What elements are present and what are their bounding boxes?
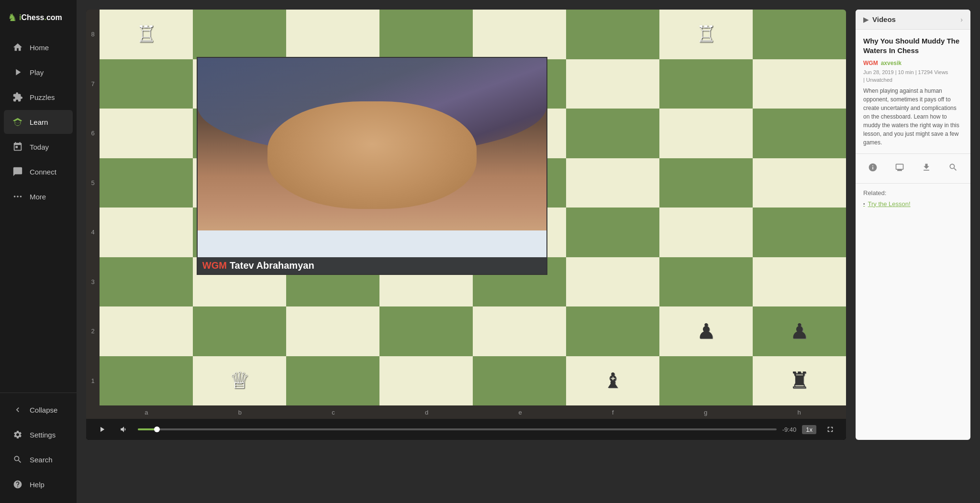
videos-header-label: Videos: [872, 15, 896, 23]
square-b8: [193, 10, 286, 59]
square-g6: [659, 109, 753, 158]
mute-button[interactable]: [116, 423, 132, 436]
logo[interactable]: ♞ iChess.com: [0, 6, 77, 34]
square-h5: [753, 158, 846, 208]
fullscreen-button[interactable]: [822, 423, 838, 436]
progress-bar[interactable]: [138, 428, 777, 430]
rank-7: 7: [91, 81, 94, 87]
play-pause-button[interactable]: [94, 423, 110, 436]
search-zoom-icon[interactable]: [946, 160, 961, 177]
square-h6: [753, 109, 846, 158]
file-d: d: [425, 406, 428, 418]
square-a8: ♖: [100, 10, 193, 59]
sidebar-item-puzzles[interactable]: Puzzles: [4, 85, 73, 109]
square-h4: [753, 208, 846, 257]
square-f5: [566, 158, 659, 208]
square-g3: [659, 257, 753, 307]
video-meta: WGM axvesik: [863, 60, 963, 66]
square-f1: ♝: [566, 356, 659, 406]
wgm-badge: WGM: [863, 60, 878, 66]
sidebar-item-search[interactable]: Search: [4, 448, 73, 471]
square-c2: [286, 306, 379, 356]
video-title: Why You Should Muddy The Waters In Chess: [863, 36, 963, 56]
sidebar-item-more[interactable]: More: [4, 185, 73, 208]
sidebar-item-play[interactable]: Play: [4, 60, 73, 84]
sidebar-item-label-connect: Connect: [30, 168, 56, 176]
rank-2: 2: [91, 328, 94, 334]
main-content: 8 7 6 5 4 3 2 1 ♖: [77, 0, 980, 503]
connect-icon: [11, 165, 24, 178]
video-controls: -9:40 1x: [86, 419, 846, 440]
info-icon[interactable]: [865, 160, 880, 177]
svg-point-2: [20, 196, 22, 197]
square-h2: ♟: [753, 306, 846, 356]
videos-header: ▶ Videos ›: [856, 10, 970, 30]
file-e: e: [519, 406, 522, 418]
learn-icon: [11, 116, 24, 128]
board-ranks: 8 7 6 5 4 3 2 1: [86, 10, 100, 405]
sidebar-item-collapse[interactable]: Collapse: [4, 398, 73, 422]
square-g8: ♖: [659, 10, 753, 59]
sidebar-bottom: Collapse Settings Search Help: [0, 393, 77, 497]
file-b: b: [238, 406, 242, 418]
sidebar-item-learn[interactable]: Learn: [4, 110, 73, 134]
square-e2: [473, 306, 566, 356]
rank-3: 3: [91, 279, 94, 285]
sidebar-item-connect[interactable]: Connect: [4, 160, 73, 184]
svg-point-0: [14, 196, 16, 197]
screen-icon[interactable]: [892, 160, 907, 177]
square-h8: [753, 10, 846, 59]
square-g1: [659, 356, 753, 406]
more-icon: [11, 190, 24, 203]
board-files: a b c d e f g h: [100, 405, 846, 419]
sidebar-item-label-search: Search: [30, 456, 53, 464]
sidebar-item-home[interactable]: Home: [4, 35, 73, 59]
square-e8: [473, 10, 566, 59]
square-a7: [100, 59, 193, 109]
speed-button[interactable]: 1x: [802, 425, 816, 434]
rank-6: 6: [91, 130, 94, 136]
square-g2: ♟: [659, 306, 753, 356]
sidebar: ♞ iChess.com Home Play Puzzles: [0, 0, 77, 503]
square-g7: [659, 59, 753, 109]
square-c8: [286, 10, 379, 59]
square-f7: [566, 59, 659, 109]
try-lesson-label: Try the Lesson!: [868, 200, 911, 208]
video-actions: [856, 154, 970, 184]
chess-video-player: 8 7 6 5 4 3 2 1 ♖: [86, 10, 846, 440]
square-h1: ♜: [753, 356, 846, 406]
download-icon[interactable]: [919, 160, 934, 177]
rank-8: 8: [91, 31, 94, 37]
related-section: Related: • Try the Lesson!: [856, 184, 970, 213]
progress-thumb: [154, 426, 160, 432]
sidebar-item-settings[interactable]: Settings: [4, 423, 73, 447]
video-description: When playing against a human opponent, s…: [863, 87, 963, 147]
square-h7: [753, 59, 846, 109]
sidebar-item-help[interactable]: Help: [4, 472, 73, 496]
sidebar-item-label-more: More: [30, 193, 46, 201]
square-b1: ♕: [193, 356, 286, 406]
play-icon-sm: ▶: [863, 16, 869, 23]
square-f2: [566, 306, 659, 356]
puzzle-icon: [11, 91, 24, 103]
play-icon: [11, 66, 24, 78]
video-container: 8 7 6 5 4 3 2 1 ♖: [86, 10, 970, 440]
file-g: g: [704, 406, 707, 418]
square-f8: [566, 10, 659, 59]
try-lesson-link[interactable]: • Try the Lesson!: [863, 200, 963, 208]
sidebar-item-label-today: Today: [30, 143, 49, 151]
file-h: h: [798, 406, 801, 418]
logo-text: iChess.com: [19, 13, 62, 22]
today-icon: [11, 141, 24, 153]
video-stats: Jun 28, 2019 | 10 min | 17294 Views: [863, 69, 963, 75]
video-info: Why You Should Muddy The Waters In Chess…: [856, 30, 970, 154]
sidebar-item-today[interactable]: Today: [4, 135, 73, 159]
square-e1: [473, 356, 566, 406]
bullet-icon: •: [863, 201, 865, 207]
presenter-name-label: Tatev Abrahamyan: [230, 260, 314, 271]
webcam-overlay: WGM Tatev Abrahamyan: [197, 57, 547, 274]
rank-1: 1: [91, 378, 94, 384]
file-a: a: [145, 406, 148, 418]
square-d8: [379, 10, 473, 59]
chevron-right-icon[interactable]: ›: [960, 16, 963, 23]
